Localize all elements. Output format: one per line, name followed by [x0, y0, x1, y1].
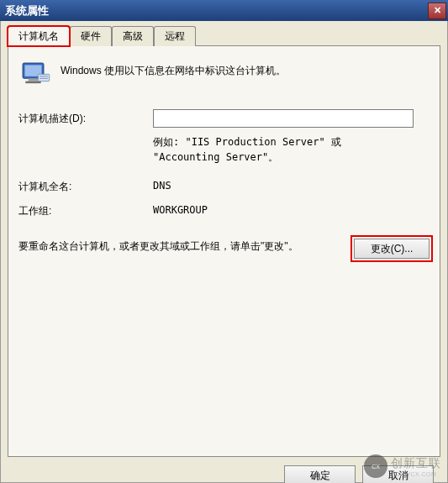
- close-button[interactable]: ✕: [428, 3, 446, 19]
- tab-remote[interactable]: 远程: [154, 26, 196, 46]
- computer-icon: [18, 59, 52, 92]
- fullname-row: 计算机全名: DNS: [18, 180, 430, 194]
- watermark-logo-icon: CX: [364, 454, 387, 478]
- rename-text: 要重命名这台计算机，或者更改其域或工作组，请单击"更改"。: [18, 239, 354, 255]
- tab-hardware[interactable]: 硬件: [70, 26, 112, 46]
- ok-button[interactable]: 确定: [284, 465, 356, 483]
- fullname-label: 计算机全名:: [18, 180, 153, 194]
- fullname-value: DNS: [153, 180, 171, 194]
- workgroup-row: 工作组: WORKGROUP: [18, 204, 430, 218]
- tab-strip: 计算机名 硬件 高级 远程: [8, 26, 440, 46]
- rename-section: 要重命名这台计算机，或者更改其域或工作组，请单击"更改"。 更改(C)...: [18, 239, 430, 259]
- description-example: 例如: "IIS Production Server" 或 "Accountin…: [153, 134, 414, 165]
- window-title: 系统属性: [5, 3, 49, 18]
- intro-row: Windows 使用以下信息在网络中标识这台计算机。: [18, 59, 430, 92]
- description-input[interactable]: [153, 109, 414, 128]
- svg-rect-4: [38, 74, 49, 81]
- tab-panel: Windows 使用以下信息在网络中标识这台计算机。 计算机描述(D): 例如:…: [8, 45, 440, 457]
- watermark: CX 创新互联 CDXWCX.COM: [364, 454, 441, 478]
- change-button[interactable]: 更改(C)...: [354, 239, 430, 259]
- svg-rect-2: [29, 78, 39, 81]
- description-label: 计算机描述(D):: [18, 112, 153, 126]
- tab-advanced[interactable]: 高级: [112, 26, 154, 46]
- workgroup-value: WORKGROUP: [153, 204, 208, 218]
- tab-computer-name[interactable]: 计算机名: [8, 26, 70, 46]
- description-row: 计算机描述(D):: [18, 109, 430, 128]
- dialog-body: 计算机名 硬件 高级 远程 Windows 使用以下信息在网络中标识这台计算机。…: [0, 21, 448, 483]
- titlebar: 系统属性 ✕: [0, 0, 448, 21]
- intro-text: Windows 使用以下信息在网络中标识这台计算机。: [61, 59, 286, 78]
- watermark-url: CDXWCX.COM: [391, 471, 441, 477]
- close-icon: ✕: [434, 5, 441, 16]
- watermark-brand: 创新互联: [391, 456, 441, 471]
- workgroup-label: 工作组:: [18, 204, 153, 218]
